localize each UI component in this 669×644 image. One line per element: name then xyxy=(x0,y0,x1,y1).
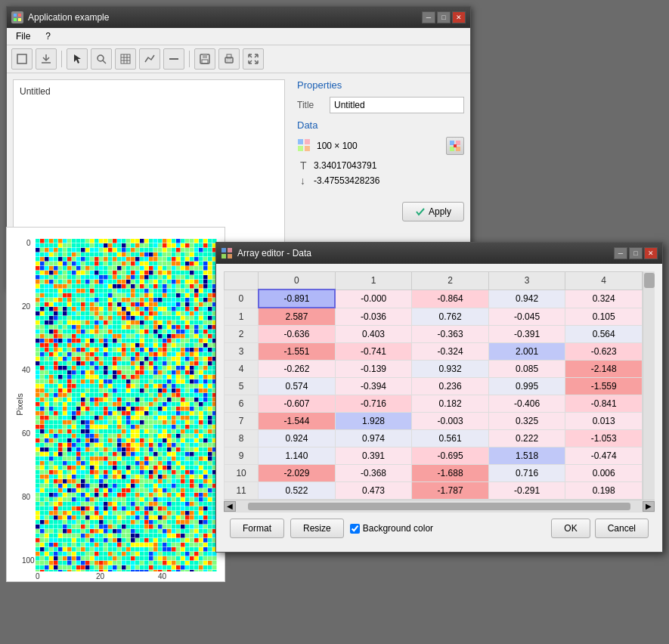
toolbar-btn-new[interactable] xyxy=(11,48,33,70)
cell-1-3[interactable]: -0.045 xyxy=(488,308,565,326)
cell-1-4[interactable]: 0.105 xyxy=(565,308,643,326)
cell-5-4[interactable]: -1.559 xyxy=(565,378,643,395)
cell-0-4[interactable]: 0.324 xyxy=(565,289,643,308)
svg-rect-3 xyxy=(18,18,21,21)
cell-0-0[interactable]: -0.891 xyxy=(259,289,336,308)
bg-color-checkbox[interactable] xyxy=(350,524,360,534)
cell-3-0[interactable]: -1.551 xyxy=(259,343,336,361)
toolbar-btn-cursor[interactable] xyxy=(67,48,88,70)
toolbar-btn-grid[interactable] xyxy=(115,48,136,70)
cell-11-1[interactable]: 0.473 xyxy=(335,482,412,500)
cell-0-2[interactable]: -0.864 xyxy=(412,289,489,308)
cell-9-4[interactable]: -0.474 xyxy=(565,447,643,465)
cell-8-2[interactable]: 0.561 xyxy=(412,430,489,447)
scroll-left-btn[interactable]: ◀ xyxy=(224,501,236,512)
cell-10-4[interactable]: 0.006 xyxy=(565,465,643,482)
cell-8-0[interactable]: 0.924 xyxy=(259,430,336,447)
cell-3-2[interactable]: -0.324 xyxy=(412,343,489,361)
toolbar-btn-open[interactable] xyxy=(36,48,57,70)
cell-2-3[interactable]: -0.391 xyxy=(488,326,565,343)
array-minimize-btn[interactable]: ─ xyxy=(614,247,627,259)
cell-11-0[interactable]: 0.522 xyxy=(259,482,336,500)
toolbar-btn-print[interactable] xyxy=(218,48,240,70)
cell-7-4[interactable]: 0.013 xyxy=(565,413,643,430)
title-input[interactable] xyxy=(330,97,464,113)
cell-3-4[interactable]: -0.623 xyxy=(565,343,643,361)
cell-5-0[interactable]: 0.574 xyxy=(259,378,336,395)
cell-7-2[interactable]: -0.003 xyxy=(412,413,489,430)
scroll-right-btn[interactable]: ▶ xyxy=(643,501,655,512)
scrollbar-thumb[interactable] xyxy=(644,273,655,288)
table-row: 80.9240.9740.5610.222-1.053 xyxy=(225,430,643,447)
menu-file[interactable]: File xyxy=(13,29,33,43)
cell-0-1[interactable]: -0.000 xyxy=(335,289,412,308)
data-add-btn[interactable] xyxy=(446,137,464,155)
cell-8-3[interactable]: 0.222 xyxy=(488,430,565,447)
hscroll-thumb[interactable] xyxy=(248,503,630,510)
maximize-btn[interactable]: □ xyxy=(437,11,451,23)
toolbar-btn-line[interactable] xyxy=(163,48,184,70)
cell-7-3[interactable]: 0.325 xyxy=(488,413,565,430)
vertical-scrollbar[interactable] xyxy=(643,271,655,500)
close-btn[interactable]: ✕ xyxy=(452,11,466,23)
array-maximize-btn[interactable]: □ xyxy=(629,247,643,259)
toolbar-btn-chart[interactable] xyxy=(139,48,160,70)
cell-2-0[interactable]: -0.636 xyxy=(259,326,336,343)
cell-9-2[interactable]: -0.695 xyxy=(412,447,489,465)
toolbar-btn-zoom[interactable] xyxy=(91,48,112,70)
toolbar-btn-save[interactable] xyxy=(194,48,215,70)
cell-4-1[interactable]: -0.139 xyxy=(335,361,412,378)
apply-button[interactable]: Apply xyxy=(402,202,464,221)
cell-4-0[interactable]: -0.262 xyxy=(259,361,336,378)
cell-10-3[interactable]: 0.716 xyxy=(488,465,565,482)
col-header-0: 0 xyxy=(259,272,336,290)
cell-9-3[interactable]: 1.518 xyxy=(488,447,565,465)
table-row: 50.574-0.3940.2360.995-1.559 xyxy=(225,378,643,395)
horizontal-scrollbar[interactable]: ◀ ▶ xyxy=(224,500,655,512)
menu-help[interactable]: ? xyxy=(42,29,54,43)
cell-5-3[interactable]: 0.995 xyxy=(488,378,565,395)
array-close-btn[interactable]: ✕ xyxy=(644,247,658,259)
cell-11-3[interactable]: -0.291 xyxy=(488,482,565,500)
cell-2-2[interactable]: -0.363 xyxy=(412,326,489,343)
cell-7-1[interactable]: 1.928 xyxy=(335,413,412,430)
cell-4-2[interactable]: 0.932 xyxy=(412,361,489,378)
menu-bar: File ? xyxy=(7,28,470,45)
cell-9-1[interactable]: 0.391 xyxy=(335,447,412,465)
y-tick-20: 20 xyxy=(22,302,30,311)
cell-10-1[interactable]: -0.368 xyxy=(335,465,412,482)
cell-8-1[interactable]: 0.974 xyxy=(335,430,412,447)
cell-6-3[interactable]: -0.406 xyxy=(488,395,565,413)
svg-rect-0 xyxy=(14,14,17,17)
cell-3-3[interactable]: 2.001 xyxy=(488,343,565,361)
cell-0-3[interactable]: 0.942 xyxy=(488,289,565,308)
cell-8-4[interactable]: -1.053 xyxy=(565,430,643,447)
cell-1-1[interactable]: -0.036 xyxy=(335,308,412,326)
cell-11-2[interactable]: -1.787 xyxy=(412,482,489,500)
cell-1-2[interactable]: 0.762 xyxy=(412,308,489,326)
resize-button[interactable]: Resize xyxy=(290,519,344,538)
cell-1-0[interactable]: 2.587 xyxy=(259,308,336,326)
cell-5-1[interactable]: -0.394 xyxy=(335,378,412,395)
cell-10-0[interactable]: -2.029 xyxy=(259,465,336,482)
cell-6-4[interactable]: -0.841 xyxy=(565,395,643,413)
cell-11-4[interactable]: 0.198 xyxy=(565,482,643,500)
format-button[interactable]: Format xyxy=(230,519,284,538)
cell-4-3[interactable]: 0.085 xyxy=(488,361,565,378)
cell-6-1[interactable]: -0.716 xyxy=(335,395,412,413)
cell-2-1[interactable]: 0.403 xyxy=(335,326,412,343)
cell-2-4[interactable]: 0.564 xyxy=(565,326,643,343)
cell-6-2[interactable]: 0.182 xyxy=(412,395,489,413)
cell-10-2[interactable]: -1.688 xyxy=(412,465,489,482)
minimize-btn[interactable]: ─ xyxy=(422,11,435,23)
toolbar-btn-expand[interactable] xyxy=(243,48,264,70)
cancel-button[interactable]: Cancel xyxy=(595,519,649,538)
cell-6-0[interactable]: -0.607 xyxy=(259,395,336,413)
y-tick-100: 100 xyxy=(22,556,35,565)
ok-button[interactable]: OK xyxy=(551,519,590,538)
cell-9-0[interactable]: 1.140 xyxy=(259,447,336,465)
cell-4-4[interactable]: -2.148 xyxy=(565,361,643,378)
cell-5-2[interactable]: 0.236 xyxy=(412,378,489,395)
cell-3-1[interactable]: -0.741 xyxy=(335,343,412,361)
cell-7-0[interactable]: -1.544 xyxy=(259,413,336,430)
